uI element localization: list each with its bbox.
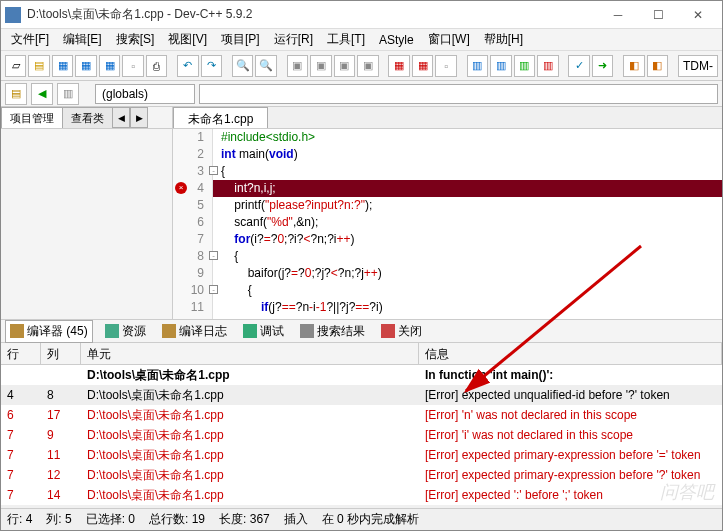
code-line[interactable]: 3-{ — [173, 163, 722, 180]
fold-icon[interactable]: - — [209, 285, 218, 294]
gutter: 4× — [173, 180, 213, 197]
tab-log[interactable]: 编译日志 — [158, 321, 231, 342]
code-text[interactable]: if(j?==?n-i-1?||?j?==?i) — [213, 299, 383, 316]
tab-right-icon[interactable]: ▶ — [130, 107, 148, 128]
code-line[interactable]: 7 for(i?=?0;?i?<?n;?i++) — [173, 231, 722, 248]
error-row[interactable]: 711D:\tools\桌面\未命名1.cpp[Error] expected … — [1, 445, 722, 465]
code-line[interactable]: 9 baifor(j?=?0;?j?<?n;?j++) — [173, 265, 722, 282]
profile-icon[interactable]: ▫ — [435, 55, 456, 77]
print-icon[interactable]: ⎙ — [146, 55, 167, 77]
menu-item[interactable]: 项目[P] — [215, 29, 266, 50]
code-text[interactable]: { — [213, 282, 252, 299]
code-text[interactable]: for(i?=?0;?i?<?n;?i++) — [213, 231, 355, 248]
save-icon[interactable]: ▦ — [52, 55, 73, 77]
saveas-icon[interactable]: ▦ — [99, 55, 120, 77]
code-area[interactable]: 1#include<stdio.h>2int main(void)3-{4× i… — [173, 129, 722, 319]
tool1-icon[interactable]: ◧ — [623, 55, 644, 77]
tab-resources[interactable]: 资源 — [101, 321, 150, 342]
code-text[interactable]: int?n,i,j; — [213, 180, 276, 197]
minimize-button[interactable]: ─ — [598, 2, 638, 28]
code-line[interactable]: 2int main(void) — [173, 146, 722, 163]
tab-search[interactable]: 搜索结果 — [296, 321, 369, 342]
editor-tab-file[interactable]: 未命名1.cpp — [173, 107, 268, 128]
code-line[interactable]: 1#include<stdio.h> — [173, 129, 722, 146]
code-line[interactable]: 4× int?n,i,j; — [173, 180, 722, 197]
cell: 7 — [1, 486, 41, 504]
tab-compiler[interactable]: 编译器 (45) — [5, 320, 93, 343]
redo-icon[interactable]: ↷ — [201, 55, 222, 77]
open-icon[interactable]: ▤ — [28, 55, 49, 77]
tab-left-icon[interactable]: ◀ — [112, 107, 130, 128]
col-msg[interactable]: 信息 — [419, 343, 722, 364]
code-text[interactable]: scanf("%d",&n); — [213, 214, 318, 231]
menu-item[interactable]: 编辑[E] — [57, 29, 108, 50]
code-line[interactable]: 8- { — [173, 248, 722, 265]
win3-icon[interactable]: ▥ — [514, 55, 535, 77]
compile-run-icon[interactable]: ▣ — [334, 55, 355, 77]
tab-classes[interactable]: 查看类 — [62, 107, 113, 128]
menu-item[interactable]: 工具[T] — [321, 29, 371, 50]
error-row[interactable]: 79D:\tools\桌面\未命名1.cpp[Error] 'i' was no… — [1, 425, 722, 445]
tool2-icon[interactable]: ◧ — [647, 55, 668, 77]
cell: [Error] expected ':' before ';' token — [419, 486, 722, 504]
menu-item[interactable]: AStyle — [373, 31, 420, 49]
member-combo[interactable] — [199, 84, 718, 104]
compile-icon[interactable]: ▣ — [287, 55, 308, 77]
code-line[interactable]: 6 scanf("%d",&n); — [173, 214, 722, 231]
bookmark-icon[interactable]: ➜ — [592, 55, 613, 77]
win1-icon[interactable]: ▥ — [467, 55, 488, 77]
cell — [41, 373, 81, 377]
new-icon[interactable]: ▱ — [5, 55, 26, 77]
status-line: 行: 4 — [7, 511, 32, 528]
goto-icon[interactable]: ✓ — [568, 55, 589, 77]
menu-item[interactable]: 视图[V] — [162, 29, 213, 50]
win4-icon[interactable]: ▥ — [537, 55, 558, 77]
menu-item[interactable]: 窗口[W] — [422, 29, 476, 50]
code-text[interactable]: putchar('@'); — [213, 316, 342, 319]
scope-combo[interactable]: (globals) — [95, 84, 195, 104]
compiler-combo[interactable]: TDM- — [678, 55, 718, 77]
find-icon[interactable]: 🔍 — [232, 55, 253, 77]
tab-close[interactable]: 关闭 — [377, 321, 426, 342]
tab-debug[interactable]: 调试 — [239, 321, 288, 342]
code-text[interactable]: baifor(j?=?0;?j?<?n;?j++) — [213, 265, 382, 282]
menu-item[interactable]: 搜索[S] — [110, 29, 161, 50]
close-file-icon[interactable]: ▫ — [122, 55, 143, 77]
error-row[interactable]: D:\tools\桌面\未命名1.cppIn function 'int mai… — [1, 365, 722, 385]
nav-list-icon[interactable]: ▥ — [57, 83, 79, 105]
menu-item[interactable]: 运行[R] — [268, 29, 319, 50]
tab-project[interactable]: 项目管理 — [1, 107, 63, 128]
maximize-button[interactable]: ☐ — [638, 2, 678, 28]
menu-item[interactable]: 文件[F] — [5, 29, 55, 50]
replace-icon[interactable]: 🔍 — [255, 55, 276, 77]
code-text[interactable]: printf("please?input?n:?"); — [213, 197, 372, 214]
code-line[interactable]: 12 putchar('@'); — [173, 316, 722, 319]
cell: [Error] expected primary-expression befo… — [419, 446, 722, 464]
code-line[interactable]: 10- { — [173, 282, 722, 299]
error-row[interactable]: 617D:\tools\桌面\未命名1.cpp[Error] 'n' was n… — [1, 405, 722, 425]
win2-icon[interactable]: ▥ — [490, 55, 511, 77]
run-icon[interactable]: ▣ — [310, 55, 331, 77]
cell: [Error] 'i' was not declared in this sco… — [419, 426, 722, 444]
code-line[interactable]: 11 if(j?==?n-i-1?||?j?==?i) — [173, 299, 722, 316]
debug-icon[interactable]: ▦ — [388, 55, 409, 77]
error-row[interactable]: 48D:\tools\桌面\未命名1.cpp[Error] expected u… — [1, 385, 722, 405]
undo-icon[interactable]: ↶ — [177, 55, 198, 77]
menu-item[interactable]: 帮助[H] — [478, 29, 529, 50]
code-text[interactable]: #include<stdio.h> — [213, 129, 315, 146]
error-row[interactable]: 714D:\tools\桌面\未命名1.cpp[Error] expected … — [1, 485, 722, 505]
saveall-icon[interactable]: ▦ — [75, 55, 96, 77]
error-row[interactable]: 712D:\tools\桌面\未命名1.cpp[Error] expected … — [1, 465, 722, 485]
fold-icon[interactable]: - — [209, 166, 218, 175]
fold-icon[interactable]: - — [209, 251, 218, 260]
nav-back-icon[interactable]: ◀ — [31, 83, 53, 105]
col-unit[interactable]: 单元 — [81, 343, 419, 364]
stop-icon[interactable]: ▦ — [412, 55, 433, 77]
rebuild-icon[interactable]: ▣ — [357, 55, 378, 77]
close-button[interactable]: ✕ — [678, 2, 718, 28]
code-text[interactable]: int main(void) — [213, 146, 298, 163]
code-line[interactable]: 5 printf("please?input?n:?"); — [173, 197, 722, 214]
col-col[interactable]: 列 — [41, 343, 81, 364]
nav-form-icon[interactable]: ▤ — [5, 83, 27, 105]
col-line[interactable]: 行 — [1, 343, 41, 364]
